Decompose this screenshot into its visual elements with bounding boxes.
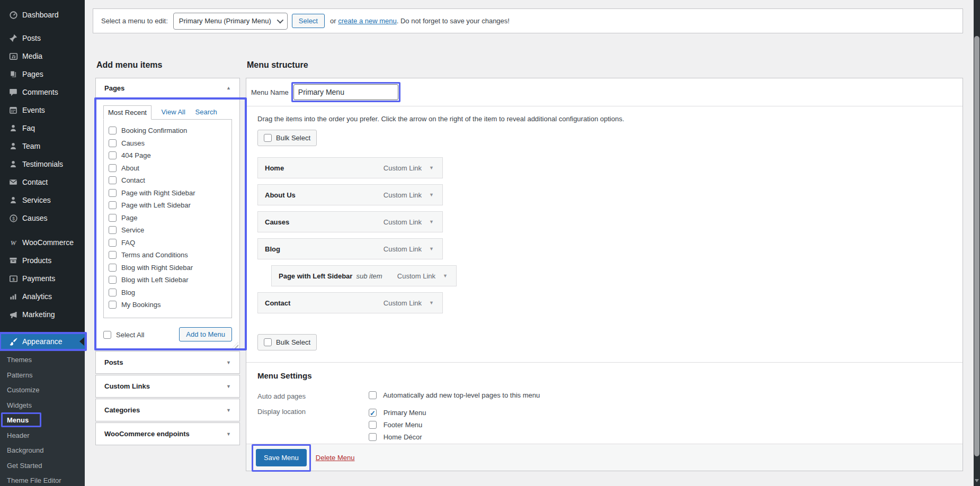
menu-name-input[interactable]: [293, 84, 398, 100]
add-to-menu-button[interactable]: Add to Menu: [179, 327, 232, 341]
checkbox[interactable]: [109, 276, 117, 284]
scrollbar-thumb[interactable]: [974, 36, 979, 456]
page-checkbox-row[interactable]: Service: [109, 224, 231, 237]
expand-arrow-icon[interactable]: ▼: [429, 300, 435, 305]
chevron-up-icon[interactable]: ▲: [226, 85, 231, 91]
scrollbar-down-arrow-icon[interactable]: [975, 479, 979, 482]
location-home-decor[interactable]: Home Décor: [369, 431, 426, 443]
page-checkbox-row[interactable]: Terms and Conditions: [109, 249, 231, 262]
menu-item-home[interactable]: Home Custom Link▼: [257, 157, 443, 178]
submenu-item-themes[interactable]: Themes: [0, 353, 85, 368]
bulk-select-checkbox[interactable]: [264, 134, 272, 142]
chevron-down-icon[interactable]: ▼: [226, 360, 231, 365]
woocommerce-endpoints-accordion-header[interactable]: WooCommerce endpoints ▼: [95, 422, 240, 445]
sidebar-item-causes[interactable]: $ Causes: [0, 209, 85, 227]
expand-arrow-icon[interactable]: ▼: [429, 192, 435, 197]
sidebar-item-media[interactable]: Media: [0, 47, 85, 65]
sidebar-item-pages[interactable]: Pages: [0, 65, 85, 83]
sidebar-item-faq[interactable]: Faq: [0, 119, 85, 137]
submenu-item-widgets[interactable]: Widgets: [0, 398, 85, 413]
submenu-item-patterns[interactable]: Patterns: [0, 368, 85, 383]
expand-arrow-icon[interactable]: ▼: [429, 219, 435, 224]
expand-arrow-icon[interactable]: ▼: [443, 273, 449, 278]
footer-menu-checkbox[interactable]: [369, 421, 377, 429]
checkbox[interactable]: [109, 301, 117, 309]
submenu-item-get-started[interactable]: Get Started: [0, 458, 85, 474]
sidebar-item-comments[interactable]: Comments: [0, 83, 85, 101]
checkbox[interactable]: [109, 164, 117, 172]
tab-search[interactable]: Search: [195, 108, 217, 116]
categories-accordion-header[interactable]: Categories ▼: [95, 399, 240, 421]
sidebar-item-posts[interactable]: Posts: [0, 29, 85, 47]
location-primary-menu[interactable]: Primary Menu: [369, 407, 426, 419]
sidebar-item-appearance[interactable]: Appearance: [0, 332, 85, 350]
submenu-item-menus[interactable]: Menus: [0, 413, 85, 428]
sidebar-item-dashboard[interactable]: Dashboard: [0, 6, 85, 24]
menu-item-contact[interactable]: Contact Custom Link▼: [257, 292, 443, 313]
submenu-item-background[interactable]: Background: [0, 443, 85, 458]
checkbox[interactable]: [109, 226, 117, 234]
save-menu-button[interactable]: Save Menu: [256, 449, 307, 466]
tab-most-recent[interactable]: Most Recent: [103, 105, 152, 120]
menu-dropdown[interactable]: Primary Menu (Primary Menu): [173, 13, 288, 30]
checkbox[interactable]: [109, 176, 117, 184]
submenu-item-theme-file-editor[interactable]: Theme File Editor: [0, 473, 85, 486]
posts-accordion-header[interactable]: Posts ▼: [95, 351, 240, 374]
sidebar-item-payments[interactable]: $ Payments: [0, 269, 85, 287]
sidebar-item-woocommerce[interactable]: W WooCommerce: [0, 233, 85, 251]
tab-view-all[interactable]: View All: [162, 108, 185, 116]
checkbox[interactable]: [109, 251, 117, 259]
create-new-menu-link[interactable]: create a new menu: [338, 17, 397, 25]
page-checkbox-row[interactable]: Blog: [109, 286, 231, 299]
menu-item-causes[interactable]: Causes Custom Link▼: [257, 211, 443, 232]
page-checkbox-row[interactable]: Page with Left Sidebar: [109, 199, 231, 212]
chevron-down-icon[interactable]: ▼: [226, 384, 231, 389]
sidebar-item-marketing[interactable]: Marketing: [0, 305, 85, 323]
page-checkbox-row[interactable]: Page with Right Sidebar: [109, 187, 231, 200]
page-checkbox-row[interactable]: Blog with Left Sidebar: [109, 274, 231, 286]
page-checkbox-row[interactable]: Page: [109, 212, 231, 224]
page-checkbox-row[interactable]: Causes: [109, 137, 231, 150]
submenu-item-header[interactable]: Header: [0, 428, 85, 444]
page-checkbox-row[interactable]: FAQ: [109, 237, 231, 249]
sidebar-item-testimonials[interactable]: Testimonials: [0, 155, 85, 173]
sidebar-item-products[interactable]: Products: [0, 251, 85, 269]
auto-add-checkbox[interactable]: [369, 391, 377, 399]
menu-item-blog[interactable]: Blog Custom Link▼: [257, 238, 443, 259]
sidebar-item-contact[interactable]: Contact: [0, 173, 85, 191]
select-button[interactable]: Select: [292, 14, 325, 28]
checkbox[interactable]: [109, 127, 117, 134]
checkbox[interactable]: [109, 139, 117, 147]
checkbox[interactable]: [109, 214, 117, 222]
auto-add-pages-option[interactable]: Automatically add new top-level pages to…: [369, 391, 540, 400]
bulk-select-top[interactable]: Bulk Select: [257, 130, 317, 146]
expand-arrow-icon[interactable]: ▼: [429, 246, 435, 251]
checkbox[interactable]: [109, 151, 117, 159]
location-footer-menu[interactable]: Footer Menu: [369, 419, 426, 431]
custom-links-accordion-header[interactable]: Custom Links ▼: [95, 375, 240, 398]
expand-arrow-icon[interactable]: ▼: [429, 165, 435, 170]
sidebar-item-events[interactable]: Events: [0, 101, 85, 119]
checkbox[interactable]: [109, 289, 117, 296]
checkbox[interactable]: [109, 239, 117, 247]
page-checkbox-row[interactable]: My Bookings: [109, 299, 231, 311]
sidebar-item-team[interactable]: Team: [0, 137, 85, 155]
menu-item-page-with-left-sidebar[interactable]: Page with Left Sidebar sub item Custom L…: [271, 265, 457, 286]
select-all-control[interactable]: Select All: [103, 330, 144, 339]
sidebar-item-services[interactable]: Services: [0, 191, 85, 209]
pages-accordion-header[interactable]: Pages ▲: [96, 78, 239, 97]
primary-menu-checkbox[interactable]: [369, 409, 377, 417]
page-checkbox-row[interactable]: Booking Confirmation: [109, 124, 231, 137]
submenu-item-customize[interactable]: Customize: [0, 383, 85, 398]
menu-item-about-us[interactable]: About Us Custom Link▼: [257, 184, 443, 205]
page-checkbox-row[interactable]: 404 Page: [109, 149, 231, 162]
home-decor-checkbox[interactable]: [369, 433, 377, 441]
page-checkbox-row[interactable]: About: [109, 162, 231, 175]
checkbox[interactable]: [109, 201, 117, 209]
checkbox[interactable]: [109, 189, 117, 197]
delete-menu-link[interactable]: Delete Menu: [316, 454, 355, 462]
sidebar-item-analytics[interactable]: Analytics: [0, 287, 85, 305]
bulk-select-bottom[interactable]: Bulk Select: [257, 334, 317, 350]
select-all-checkbox[interactable]: [103, 331, 111, 339]
chevron-down-icon[interactable]: ▼: [226, 408, 231, 413]
